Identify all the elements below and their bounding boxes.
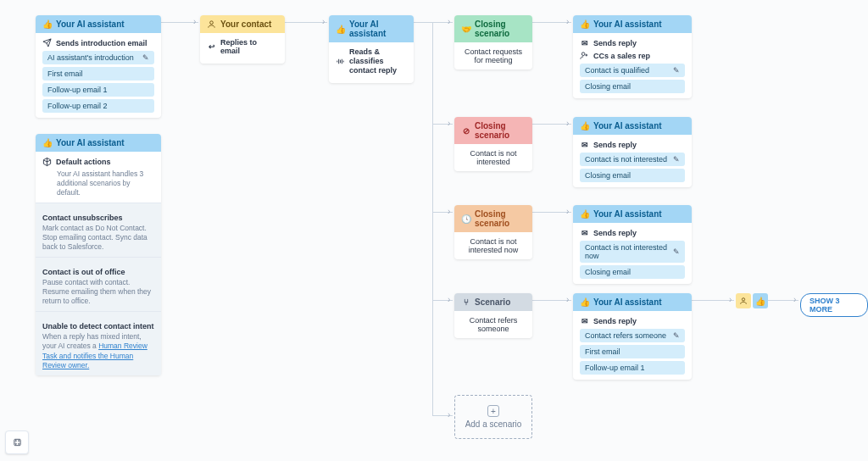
svg-point-9 — [14, 440, 15, 441]
node-header: Your contact — [200, 15, 285, 33]
add-scenario-button[interactable]: + Add a scenario — [454, 395, 532, 439]
clock-icon: 🕓 — [461, 214, 470, 224]
node-body-text: Contact requests for meeting — [465, 47, 522, 64]
cube-icon — [42, 157, 52, 166]
svg-rect-4 — [342, 58, 342, 64]
node-header: 👍 Your AI assistant — [329, 15, 414, 42]
chip[interactable]: Follow-up email 1 — [580, 361, 685, 375]
fit-to-screen-button[interactable] — [5, 430, 29, 454]
chip[interactable]: Closing email — [580, 265, 685, 279]
pencil-icon[interactable]: ✎ — [142, 53, 149, 62]
reply-icon: ↩ — [207, 42, 216, 52]
chip-intro[interactable]: AI assistant's introduction✎ — [42, 51, 154, 64]
node-title: Your AI assistant — [593, 121, 662, 131]
thumbs-up-icon: 👍 — [42, 19, 52, 29]
thumbs-up-icon: 👍 — [42, 138, 52, 147]
action-label: CCs a sales rep — [593, 52, 650, 60]
default-s3-text: When a reply has mixed intent, your AI c… — [42, 332, 154, 369]
no-entry-icon: ⊘ — [461, 126, 470, 136]
action-label: Sends reply — [593, 317, 637, 325]
node-closing-not-interested[interactable]: ⊘ Closing scenario Contact is not intere… — [454, 117, 532, 171]
mini-contact-icon — [736, 293, 751, 308]
svg-point-0 — [210, 21, 214, 25]
node-ai-reply-qualified[interactable]: 👍 Your AI assistant ✉Sends reply CCs a s… — [573, 15, 692, 98]
node-scenario-refer[interactable]: ⑂ Scenario Contact refers someone — [454, 293, 532, 338]
node-closing-meeting[interactable]: 🤝 Closing scenario Contact requests for … — [454, 15, 532, 69]
node-default-actions[interactable]: 👍 Your AI assistant Default actions Your… — [36, 134, 161, 375]
svg-rect-1 — [337, 60, 337, 62]
node-action: Sends introduction email — [56, 39, 147, 47]
node-ai-reply-refer[interactable]: 👍 Your AI assistant ✉Sends reply Contact… — [573, 293, 692, 380]
node-header: 🕓 Closing scenario — [454, 205, 532, 232]
chip[interactable]: Contact is not interested✎ — [580, 153, 685, 166]
node-contact[interactable]: Your contact ↩ Replies to email — [200, 15, 285, 64]
thumbs-up-icon: 👍 — [580, 121, 589, 131]
waveform-icon — [336, 57, 345, 66]
mini-ai-icon: 👍 — [753, 293, 768, 308]
node-title: Closing scenario — [475, 19, 526, 38]
chip[interactable]: First email — [580, 345, 685, 358]
node-title: Your AI assistant — [593, 297, 662, 307]
chip-followup1[interactable]: Follow-up email 1 — [42, 83, 154, 97]
pencil-icon[interactable]: ✎ — [673, 155, 680, 164]
node-action: Replies to email — [220, 38, 278, 55]
pencil-icon[interactable]: ✎ — [673, 66, 680, 75]
node-title: Your AI assistant — [349, 19, 407, 38]
chip-followup2[interactable]: Follow-up email 2 — [42, 99, 154, 113]
node-header: 👍 Your AI assistant — [573, 15, 692, 33]
add-scenario-label: Add a scenario — [465, 419, 522, 429]
pencil-icon[interactable]: ✎ — [673, 247, 680, 256]
action-label: Sends reply — [593, 141, 637, 149]
show-more-button[interactable]: SHOW 3 MORE — [800, 293, 868, 317]
node-body-text: Contact refers someone — [470, 316, 518, 333]
user-plus-icon — [580, 51, 589, 60]
fit-icon — [13, 438, 22, 447]
chip[interactable]: Closing email — [580, 80, 685, 93]
node-title: Your AI assistant — [593, 19, 662, 29]
default-s1-label: Contact unsubscribes — [42, 214, 154, 222]
node-title: Scenario — [475, 297, 510, 307]
node-body-text: Contact is not interested — [470, 149, 516, 166]
svg-point-10 — [18, 440, 19, 441]
node-header: ⑂ Scenario — [454, 293, 532, 311]
mail-icon: ✉ — [580, 140, 589, 149]
default-s1-text: Mark contact as Do Not Contact. Stop ema… — [42, 224, 154, 252]
action-label: Sends reply — [593, 39, 637, 47]
action-label: Sends reply — [593, 229, 637, 237]
node-ai-classify[interactable]: 👍 Your AI assistant Reads & classifies c… — [329, 15, 414, 83]
node-action: Reads & classifies contact reply — [349, 47, 407, 75]
node-ai-reply-not-now[interactable]: 👍 Your AI assistant ✉Sends reply Contact… — [573, 205, 692, 284]
mail-icon: ✉ — [580, 316, 589, 325]
svg-point-7 — [742, 298, 744, 301]
chip[interactable]: Contact is not interested now✎ — [580, 241, 685, 263]
svg-point-6 — [581, 53, 585, 56]
thumbs-up-icon: 👍 — [580, 19, 589, 29]
user-icon — [207, 19, 216, 29]
default-s2-text: Pause contact with contact. Resume email… — [42, 278, 154, 306]
chip[interactable]: Closing email — [580, 169, 685, 182]
svg-rect-3 — [340, 59, 341, 63]
svg-rect-5 — [343, 60, 344, 62]
node-title: Your contact — [220, 19, 271, 29]
node-title: Closing scenario — [475, 121, 526, 140]
node-header: ⊘ Closing scenario — [454, 117, 532, 144]
branch-icon: ⑂ — [461, 297, 470, 307]
node-title: Closing scenario — [475, 209, 526, 228]
chip[interactable]: Contact is qualified✎ — [580, 64, 685, 77]
node-header: 👍 Your AI assistant — [573, 205, 692, 223]
defaults-subheading: Your AI assistant handles 3 additional s… — [57, 169, 154, 197]
node-header: 🤝 Closing scenario — [454, 15, 532, 42]
chip[interactable]: Contact refers someone✎ — [580, 329, 685, 342]
chip-first-email[interactable]: First email — [42, 67, 154, 81]
node-closing-not-now[interactable]: 🕓 Closing scenario Contact is not intere… — [454, 205, 532, 259]
node-ai-intro[interactable]: 👍 Your AI assistant Sends introduction e… — [36, 15, 161, 118]
node-title: Your AI assistant — [56, 19, 125, 29]
pencil-icon[interactable]: ✎ — [673, 331, 680, 340]
node-ai-reply-not-interested[interactable]: 👍 Your AI assistant ✉Sends reply Contact… — [573, 117, 692, 187]
node-header: 👍 Your AI assistant — [36, 134, 161, 152]
thumbs-up-icon: 👍 — [580, 297, 589, 307]
node-header: 👍 Your AI assistant — [36, 15, 161, 33]
default-s2-label: Contact is out of office — [42, 268, 154, 276]
thumbs-up-icon: 👍 — [336, 25, 345, 34]
plus-icon: + — [487, 405, 499, 417]
